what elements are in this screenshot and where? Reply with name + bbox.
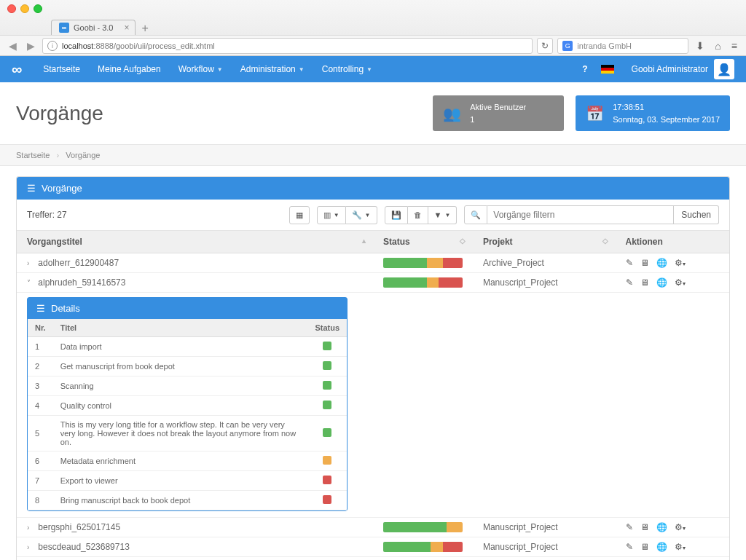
active-users-count: 1 — [470, 114, 526, 126]
table-row[interactable]: › adolherr_612900487 Archive_Project ✎ 🖥… — [17, 253, 729, 273]
table-row[interactable]: › bianjani_618686231 Manuscript_Project … — [17, 557, 729, 561]
metadata-icon[interactable]: 🖥 — [640, 277, 649, 288]
gear-icon[interactable]: ⚙▾ — [675, 277, 686, 288]
reload-button[interactable]: ↻ — [537, 38, 553, 54]
nav-back-icon[interactable]: ◀ — [6, 40, 20, 52]
site-info-icon[interactable]: i — [47, 41, 58, 51]
col-title[interactable]: Vorgangstitel▴ — [17, 231, 373, 253]
status-square-icon — [323, 401, 331, 409]
details-panel: ☰ Details Nr. Titel Status 1 Data import… — [27, 297, 348, 511]
search-icon-button[interactable]: 🔍 — [464, 205, 487, 224]
sort-icon: ▴ — [362, 237, 366, 245]
detail-row[interactable]: 7 Export to viewer — [28, 471, 347, 491]
browser-tab[interactable]: ∞ Goobi - 3.0 × — [51, 20, 136, 35]
expand-icon[interactable]: › — [27, 543, 34, 551]
globe-icon[interactable]: 🌐 — [656, 542, 667, 552]
tab-title: Goobi - 3.0 — [74, 23, 113, 32]
status-bar — [383, 542, 463, 552]
breadcrumb: Startseite › Vorgänge — [0, 144, 746, 166]
status-square-icon — [323, 342, 331, 350]
table-row[interactable]: ˅ alphrudeh_591416573 Manuscript_Project… — [17, 273, 729, 293]
gear-icon[interactable]: ⚙▾ — [675, 542, 686, 552]
user-menu[interactable]: Goobi Administrator 👤 — [620, 59, 734, 79]
detail-row[interactable]: 1 Data import — [28, 337, 347, 357]
filter-input[interactable] — [487, 205, 674, 224]
detail-row[interactable]: 4 Quality control — [28, 396, 347, 416]
metadata-icon[interactable]: 🖥 — [640, 522, 649, 532]
edit-icon[interactable]: ✎ — [626, 277, 633, 288]
language-flag-de-icon[interactable] — [601, 65, 614, 74]
expand-icon[interactable]: › — [27, 259, 34, 267]
app-topbar: ∞ Startseite Meine Aufgaben Workflow▼ Ad… — [0, 56, 746, 82]
new-tab-button[interactable]: + — [136, 22, 154, 35]
help-link[interactable]: ? — [582, 64, 587, 74]
nav-controlling[interactable]: Controlling▼ — [313, 56, 381, 82]
process-title: bergsphi_625017145 — [38, 522, 120, 532]
globe-icon[interactable]: 🌐 — [656, 277, 667, 288]
metadata-icon[interactable]: 🖥 — [640, 258, 649, 268]
col-status[interactable]: Status◇ — [373, 231, 473, 253]
page-header: Vorgänge 👥 Aktive Benutzer 1 📅 17:38:51 … — [0, 82, 746, 144]
window-minimize-button[interactable] — [20, 4, 29, 13]
view-grid-button[interactable]: ▦ — [289, 206, 310, 224]
browser-search[interactable]: G intranda GmbH — [557, 38, 688, 54]
tab-close-icon[interactable]: × — [124, 23, 129, 33]
home-icon[interactable]: ⌂ — [712, 40, 723, 52]
metadata-icon[interactable]: 🖥 — [640, 542, 649, 552]
detail-row[interactable]: 2 Get manuscript from book depot — [28, 357, 347, 376]
delete-filter-button[interactable]: 🗑 — [408, 206, 428, 224]
globe-icon[interactable]: 🌐 — [656, 522, 667, 532]
nav-startseite[interactable]: Startseite — [34, 56, 89, 82]
nav-forward-icon[interactable]: ▶ — [24, 40, 38, 52]
detail-row[interactable]: 8 Bring manuscript back to book depot — [28, 491, 347, 510]
col-project[interactable]: Projekt◇ — [473, 231, 616, 253]
chevron-down-icon: ▼ — [299, 66, 305, 73]
url-host: localhost — [62, 42, 93, 50]
users-icon: 👥 — [443, 105, 461, 122]
nav-workflow[interactable]: Workflow▼ — [170, 56, 232, 82]
tools-button[interactable]: 🔧▼ — [346, 206, 377, 224]
gear-icon[interactable]: ⚙▾ — [675, 258, 686, 268]
step-title: Bring manuscript back to book depot — [53, 491, 308, 510]
menu-icon[interactable]: ≡ — [729, 40, 740, 52]
expand-icon[interactable]: › — [27, 524, 34, 532]
edit-icon[interactable]: ✎ — [626, 522, 633, 532]
edit-icon[interactable]: ✎ — [626, 542, 633, 552]
panel-title: Vorgänge — [42, 183, 82, 194]
window-maximize-button[interactable] — [34, 4, 42, 13]
status-square-icon — [323, 495, 331, 504]
filter-button[interactable]: ▼▼ — [428, 206, 458, 224]
table-row[interactable]: › bescdeaud_523689713 Manuscript_Project… — [17, 537, 729, 557]
edit-icon[interactable]: ✎ — [626, 258, 633, 268]
save-filter-button[interactable]: 💾 — [385, 206, 408, 224]
columns-button[interactable]: ▥▼ — [317, 206, 346, 224]
page-title: Vorgänge — [16, 102, 421, 125]
search-engine-icon: G — [562, 41, 573, 51]
status-square-icon — [323, 381, 331, 390]
globe-icon[interactable]: 🌐 — [656, 258, 667, 268]
gear-icon[interactable]: ⚙▾ — [675, 522, 686, 532]
detail-row[interactable]: 5 This is my very long title for a workf… — [28, 416, 347, 451]
download-icon[interactable]: ⬇ — [693, 40, 707, 52]
breadcrumb-home[interactable]: Startseite — [16, 151, 50, 159]
search-button[interactable]: Suchen — [674, 205, 719, 224]
detail-col-status: Status — [307, 319, 347, 337]
project-name: Manuscript_Project — [473, 557, 616, 561]
step-nr: 6 — [28, 451, 53, 471]
window-close-button[interactable] — [7, 4, 16, 13]
detail-row[interactable]: 3 Scanning — [28, 376, 347, 396]
project-name: Archive_Project — [473, 253, 616, 273]
nav-meine-aufgaben[interactable]: Meine Aufgaben — [89, 56, 170, 82]
table-row[interactable]: › bergsphi_625017145 Manuscript_Project … — [17, 518, 729, 537]
expand-icon[interactable]: ˅ — [27, 279, 34, 287]
nav-administration[interactable]: Administration▼ — [232, 56, 313, 82]
status-square-icon — [323, 361, 331, 370]
list-icon: ☰ — [27, 183, 36, 194]
process-title: alphrudeh_591416573 — [38, 277, 125, 288]
user-name: Goobi Administrator — [632, 64, 708, 74]
detail-row[interactable]: 6 Metadata enrichment — [28, 451, 347, 471]
url-field[interactable]: i localhost:8888/goobi/uii/process_edit.… — [42, 38, 533, 54]
app-logo-icon[interactable]: ∞ — [12, 61, 20, 78]
active-users-card[interactable]: 👥 Aktive Benutzer 1 — [433, 95, 564, 131]
search-placeholder: intranda GmbH — [577, 42, 632, 50]
